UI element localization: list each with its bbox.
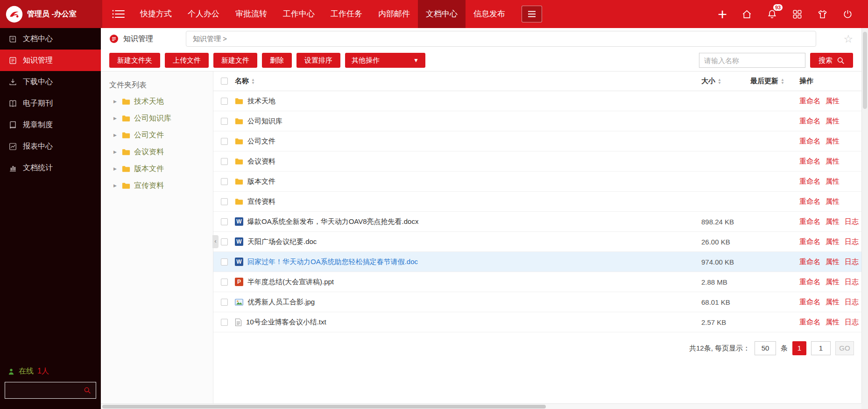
row-action-link[interactable]: 属性	[826, 177, 840, 186]
nav-item[interactable]: 内部邮件	[370, 0, 418, 28]
row-action-link[interactable]: 日志	[845, 258, 859, 266]
sidebar-item[interactable]: 电子期刊	[0, 93, 101, 114]
row-action-link[interactable]: 属性	[826, 217, 840, 226]
folder-tree-item[interactable]: ▶技术天地	[101, 93, 213, 110]
sidebar-item[interactable]: 知识管理	[0, 50, 101, 71]
row-checkbox[interactable]	[221, 279, 228, 286]
sort-size-icon[interactable]: ▲▼	[718, 78, 721, 85]
expand-arrow-icon[interactable]: ▶	[113, 150, 118, 154]
sidebar-search-icon[interactable]	[84, 387, 91, 394]
row-action-link[interactable]: 重命名	[799, 97, 820, 106]
theme-shirt-icon[interactable]	[817, 9, 828, 20]
file-name-link[interactable]: 优秀新人员工合影.jpg	[247, 298, 315, 307]
folder-tree-item[interactable]: ▶公司知识库	[101, 110, 213, 127]
file-name-link[interactable]: 半年度总结(大会宣讲稿).ppt	[247, 278, 334, 287]
vertical-scrollbar[interactable]	[861, 28, 868, 403]
expand-arrow-icon[interactable]: ▶	[113, 166, 118, 171]
row-action-link[interactable]: 属性	[826, 237, 840, 246]
search-button[interactable]: 搜索	[810, 53, 853, 68]
row-action-link[interactable]: 属性	[826, 117, 840, 126]
row-action-link[interactable]: 重命名	[799, 117, 820, 126]
horizontal-scrollbar-thumb[interactable]	[102, 405, 546, 409]
folder-tree-item[interactable]: ▶会议资料	[101, 144, 213, 160]
row-action-link[interactable]: 属性	[826, 137, 840, 146]
row-action-link[interactable]: 属性	[826, 197, 840, 206]
current-page-button[interactable]: 1	[792, 341, 806, 355]
more-actions-button[interactable]: 其他操作 ▼	[345, 53, 425, 68]
folder-name-link[interactable]: 版本文件	[247, 177, 275, 186]
nav-item[interactable]: 审批流转	[227, 0, 275, 28]
folder-name-link[interactable]: 技术天地	[247, 97, 275, 106]
row-checkbox[interactable]	[221, 218, 228, 225]
row-action-link[interactable]: 属性	[826, 318, 840, 327]
nav-item[interactable]: 信息发布	[466, 0, 513, 28]
row-checkbox[interactable]	[221, 158, 228, 165]
row-checkbox[interactable]	[221, 319, 228, 326]
file-name-link[interactable]: 爆款OA系统全新发布，华天动力OAV8亮点抢先看.docx	[247, 217, 418, 226]
row-action-link[interactable]: 重命名	[799, 177, 820, 186]
folder-tree-item[interactable]: ▶公司文件	[101, 127, 213, 144]
power-logout-icon[interactable]	[842, 9, 853, 20]
sort-name-icon[interactable]: ▲▼	[251, 78, 255, 85]
breadcrumb[interactable]: 知识管理 >	[186, 31, 816, 47]
row-action-link[interactable]: 重命名	[799, 318, 820, 327]
name-search-input[interactable]	[699, 53, 805, 68]
sidebar-search-input[interactable]	[10, 387, 84, 395]
row-action-link[interactable]: 重命名	[799, 258, 820, 266]
expand-arrow-icon[interactable]: ▶	[113, 99, 118, 104]
toolbar-button[interactable]: 上传文件	[165, 53, 209, 68]
expand-arrow-icon[interactable]: ▶	[113, 116, 118, 121]
row-checkbox[interactable]	[221, 198, 228, 205]
row-action-link[interactable]: 属性	[826, 298, 840, 307]
toolbar-button[interactable]: 设置排序	[296, 53, 340, 68]
sidebar-item[interactable]: 文档中心	[0, 28, 101, 50]
row-action-link[interactable]: 重命名	[799, 237, 820, 246]
row-action-link[interactable]: 重命名	[799, 298, 820, 307]
file-name-link[interactable]: 回家过年！华天动力OA系统助您轻松搞定春节请假.doc	[247, 258, 418, 266]
page-number-input[interactable]: 1	[811, 341, 831, 355]
home-icon[interactable]	[741, 9, 752, 20]
row-action-link[interactable]: 属性	[826, 278, 840, 287]
folder-name-link[interactable]: 公司文件	[247, 137, 275, 146]
horizontal-scrollbar[interactable]	[101, 403, 861, 409]
row-checkbox[interactable]	[221, 118, 228, 125]
sort-updated-icon[interactable]: ▲▼	[781, 78, 784, 85]
favorite-star-icon[interactable]: ☆	[843, 34, 853, 44]
row-checkbox[interactable]	[221, 258, 228, 265]
nav-item[interactable]: 工作任务	[323, 0, 370, 28]
go-button[interactable]: GO	[835, 341, 854, 355]
nav-item[interactable]: 快捷方式	[132, 0, 180, 28]
row-action-link[interactable]: 属性	[826, 258, 840, 266]
nav-item[interactable]: 工作中心	[275, 0, 323, 28]
nav-item[interactable]: 文档中心	[418, 0, 466, 28]
row-checkbox[interactable]	[221, 299, 228, 306]
row-checkbox[interactable]	[221, 138, 228, 145]
row-action-link[interactable]: 日志	[845, 217, 859, 226]
row-action-link[interactable]: 重命名	[799, 278, 820, 287]
file-name-link[interactable]: 10号企业博客会议小结.txt	[246, 318, 326, 327]
sidebar-item[interactable]: 规章制度	[0, 114, 101, 136]
select-all-checkbox[interactable]	[221, 78, 228, 85]
expand-arrow-icon[interactable]: ▶	[113, 133, 118, 137]
folder-name-link[interactable]: 公司知识库	[247, 117, 282, 126]
toolbar-button[interactable]: 删除	[262, 53, 292, 68]
row-action-link[interactable]: 日志	[845, 237, 859, 246]
page-size-select[interactable]: 50	[755, 341, 776, 355]
row-action-link[interactable]: 日志	[845, 278, 859, 287]
vertical-scrollbar-thumb[interactable]	[863, 32, 867, 109]
row-action-link[interactable]: 日志	[845, 318, 859, 327]
sidebar-item[interactable]: 报表中心	[0, 136, 101, 157]
collapse-pane-handle[interactable]: ‹	[212, 235, 219, 248]
row-action-link[interactable]: 重命名	[799, 217, 820, 226]
add-icon[interactable]: +	[718, 7, 727, 21]
folder-name-link[interactable]: 会议资料	[247, 157, 275, 166]
folder-name-link[interactable]: 宣传资料	[247, 197, 275, 206]
nav-item[interactable]: 个人办公	[180, 0, 227, 28]
folder-tree-item[interactable]: ▶宣传资料	[101, 177, 213, 194]
file-name-link[interactable]: 天阳广场会议纪要.doc	[247, 237, 317, 246]
menu-toggle-icon[interactable]	[112, 9, 126, 19]
row-action-link[interactable]: 重命名	[799, 157, 820, 166]
notifications-bell-icon[interactable]: 93	[767, 9, 777, 20]
row-checkbox[interactable]	[221, 238, 228, 245]
row-action-link[interactable]: 重命名	[799, 137, 820, 146]
